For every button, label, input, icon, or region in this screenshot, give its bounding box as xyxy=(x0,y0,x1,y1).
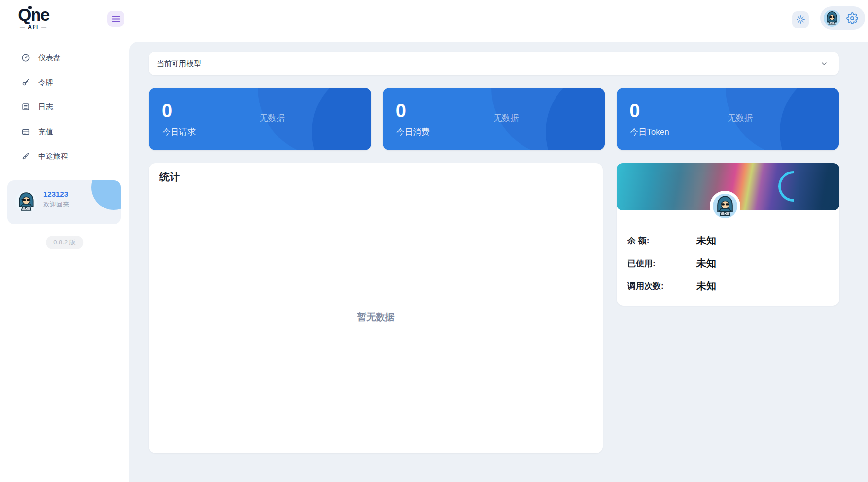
stat-card-tokens: 0 无数据 今日Token xyxy=(617,88,839,150)
sidebar-item-tokens[interactable]: 令牌 xyxy=(0,70,129,95)
stat-card-consumption: 0 无数据 今日消费 xyxy=(383,88,605,150)
brand-logo: Qne — API — xyxy=(11,6,56,30)
hamburger-icon xyxy=(112,15,120,23)
gauge-icon xyxy=(21,53,30,62)
statistics-panel: 统计 暂无数据 xyxy=(149,163,603,453)
sidebar-item-label: 日志 xyxy=(38,103,53,112)
sidebar-item-label: 中途旅程 xyxy=(38,152,68,161)
app-root: Qne — API — 仪表盘 令牌 日志 xyxy=(0,0,868,482)
used-row: 已使用: 未知 xyxy=(627,257,825,270)
sun-icon xyxy=(796,15,805,24)
sidebar-user-card[interactable]: 123123 欢迎回来 xyxy=(7,180,121,224)
username: 123123 xyxy=(43,190,68,198)
balance-value: 未知 xyxy=(696,234,716,247)
stat-value: 0 xyxy=(629,102,640,120)
used-value: 未知 xyxy=(696,257,716,270)
available-models-collapse[interactable]: 当前可用模型 xyxy=(149,52,839,75)
sidebar-item-topup[interactable]: 充值 xyxy=(0,119,129,144)
menu-toggle-button[interactable] xyxy=(107,11,124,27)
paintbrush-icon xyxy=(21,152,30,161)
call-count-row: 调用次数: 未知 xyxy=(627,279,825,293)
sidebar: Qne — API — 仪表盘 令牌 日志 xyxy=(0,0,129,482)
brand-name: Qne xyxy=(18,6,49,23)
stat-cards-row: 0 无数据 今日请求 0 无数据 今日消费 0 无数据 今日Token xyxy=(149,88,839,150)
stat-value: 0 xyxy=(162,102,172,120)
sidebar-item-logs[interactable]: 日志 xyxy=(0,95,129,119)
sidebar-item-dashboard[interactable]: 仪表盘 xyxy=(0,45,129,70)
logo-dot-icon xyxy=(28,6,32,9)
no-data-text: 暂无数据 xyxy=(357,311,395,324)
main-content: 当前可用模型 0 无数据 今日请求 0 无数据 今日消费 0 无数据 今日Tok… xyxy=(129,42,868,482)
sidebar-nav: 仪表盘 令牌 日志 充值 xyxy=(0,45,129,169)
stat-empty-text: 无数据 xyxy=(260,112,285,124)
corner-circle-decoration xyxy=(91,180,121,210)
models-panel-title: 当前可用模型 xyxy=(157,59,201,69)
topbar-actions xyxy=(792,6,865,30)
sidebar-item-midjourney[interactable]: 中途旅程 xyxy=(0,144,129,169)
stat-empty-text: 无数据 xyxy=(728,112,753,124)
key-icon xyxy=(21,78,30,87)
call-count-value: 未知 xyxy=(696,279,716,293)
statistics-title: 统计 xyxy=(159,170,180,184)
sidebar-divider xyxy=(6,176,123,176)
theme-toggle-button[interactable] xyxy=(792,11,809,28)
brand-subtitle: — API — xyxy=(11,24,56,30)
profile-avatar xyxy=(710,191,740,221)
version-badge: 0.8.2 版 xyxy=(46,236,83,249)
sidebar-item-label: 充值 xyxy=(38,127,53,137)
stat-label: 今日消费 xyxy=(396,126,430,138)
profile-card: 余 额: 未知 已使用: 未知 调用次数: 未知 xyxy=(617,163,839,306)
stat-card-requests: 0 无数据 今日请求 xyxy=(149,88,371,150)
user-menu[interactable] xyxy=(820,6,865,30)
stat-label: 今日请求 xyxy=(162,126,196,138)
user-avatar xyxy=(15,190,37,213)
balance-row: 余 额: 未知 xyxy=(627,234,825,247)
call-count-label: 调用次数: xyxy=(627,280,696,292)
sidebar-item-label: 令牌 xyxy=(38,78,53,87)
credit-card-icon xyxy=(21,127,30,136)
stat-empty-text: 无数据 xyxy=(494,112,519,124)
chevron-down-icon xyxy=(820,60,828,68)
used-label: 已使用: xyxy=(627,258,696,269)
crescent-decoration xyxy=(772,165,815,208)
stat-label: 今日Token xyxy=(630,126,669,138)
greeting-text: 欢迎回来 xyxy=(43,200,69,209)
stat-value: 0 xyxy=(396,102,406,120)
balance-label: 余 额: xyxy=(627,235,696,246)
logs-icon xyxy=(21,103,30,111)
settings-gear-icon[interactable] xyxy=(846,12,858,24)
sidebar-item-label: 仪表盘 xyxy=(38,53,61,63)
topbar-avatar xyxy=(824,10,840,27)
